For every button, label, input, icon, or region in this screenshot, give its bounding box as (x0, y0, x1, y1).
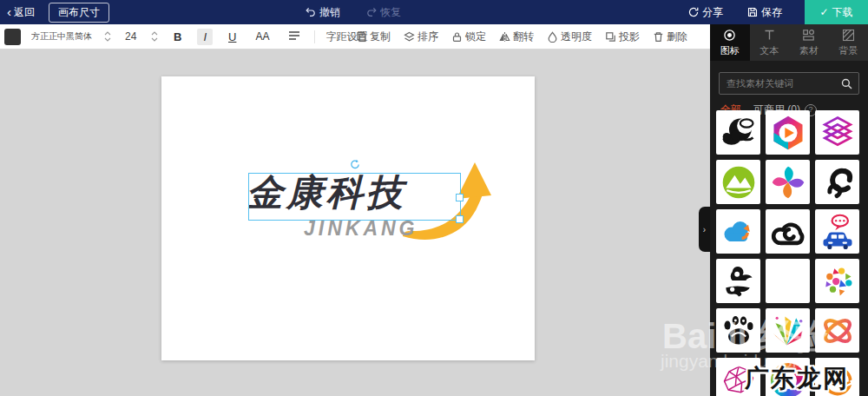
tab-background[interactable]: 背景 (829, 24, 868, 61)
layers-icon (404, 31, 415, 43)
grid-icon-mountain-circle-green[interactable] (716, 160, 760, 204)
background-icon (842, 29, 855, 42)
grid-icon-blank[interactable] (766, 259, 810, 303)
resize-handle-right[interactable] (456, 194, 464, 201)
redo-label: 恢复 (380, 5, 401, 20)
object-tools: 复制 排序 锁定 翻转 透明度 投影 (356, 30, 687, 44)
undo-label: 撤销 (319, 5, 340, 20)
save-label: 保存 (761, 5, 782, 20)
save-icon (747, 7, 758, 17)
material-search (719, 72, 859, 95)
sidebar-collapse-button[interactable]: › (699, 207, 710, 252)
grid-icon-hexagon-play-gradient[interactable] (766, 110, 810, 155)
bold-button[interactable]: B (170, 29, 185, 45)
logo-text-en[interactable]: JINKANG (304, 217, 418, 241)
share-label: 分享 (702, 5, 723, 20)
format-toolbar: 方正正中黑简体 B I U AA 字距设置 复制 排序 锁定 (0, 24, 710, 50)
italic-button[interactable]: I (197, 29, 213, 45)
tab-icons[interactable]: 图标 (710, 24, 750, 61)
redo-button[interactable]: 恢复 (366, 5, 401, 20)
stepper-icon[interactable] (104, 30, 111, 43)
case-button[interactable]: AA (252, 29, 273, 44)
shadow-icon (605, 31, 616, 43)
material-icon (802, 29, 815, 42)
grid-icon-car-chat-blue[interactable] (815, 209, 859, 254)
font-name: 方正正中黑简体 (31, 30, 92, 43)
grid-icon-stacked-diamonds-purple[interactable] (815, 110, 859, 155)
undo-icon (306, 7, 316, 17)
save-button[interactable]: 保存 (747, 5, 782, 20)
text-color-swatch[interactable] (4, 29, 21, 45)
font-size-control (123, 30, 158, 43)
tab-material[interactable]: 素材 (789, 24, 829, 61)
grid-icon-cloud-blue-orange[interactable] (716, 209, 760, 254)
share-button[interactable]: 分享 (688, 5, 723, 20)
copy-icon (356, 31, 367, 43)
grid-icon-clouds-moon-black[interactable] (716, 110, 760, 155)
delete-button[interactable]: 删除 (653, 30, 687, 44)
divider (314, 30, 315, 43)
text-icon (763, 29, 776, 42)
grid-icon-cloud-outline-black[interactable] (766, 209, 810, 254)
search-input[interactable] (720, 78, 841, 89)
sidebar-tabs: 图标 文本 素材 背景 (710, 24, 868, 61)
search-icon[interactable] (841, 78, 852, 89)
opacity-button[interactable]: 透明度 (547, 30, 592, 44)
back-button[interactable]: ‹ 返回 (7, 5, 35, 20)
canvas-size-button[interactable]: 画布尺寸 (49, 3, 109, 23)
share-icon (688, 7, 699, 17)
back-label: 返回 (14, 5, 35, 20)
app-window: ‹ 返回 画布尺寸 撤销 恢复 分享 保存 ✓ 下载 (0, 0, 868, 396)
font-size-input[interactable] (123, 30, 146, 43)
flip-icon (499, 31, 510, 43)
trash-icon (653, 31, 664, 43)
history-group: 撤销 恢复 (306, 0, 401, 24)
selection-box[interactable] (248, 173, 461, 221)
logo-mark-icon (723, 29, 736, 42)
gdlongwang-watermark: 广东龙网 (745, 362, 849, 395)
grid-icon-brain-mosaic-colorful[interactable] (815, 259, 859, 303)
align-icon (288, 30, 300, 41)
chevron-right-icon: › (703, 225, 706, 234)
chevron-left-icon: ‹ (7, 5, 11, 18)
flip-button[interactable]: 翻转 (499, 30, 534, 44)
download-label: 下载 (832, 5, 853, 20)
lock-button[interactable]: 锁定 (451, 30, 486, 44)
redo-icon (366, 7, 377, 17)
check-icon: ✓ (819, 6, 828, 18)
shadow-button[interactable]: 投影 (605, 30, 640, 44)
tab-text[interactable]: 文本 (750, 24, 790, 61)
lock-icon (451, 31, 463, 43)
grid-icon-cloud-swirl-black[interactable] (815, 160, 859, 204)
arrange-button[interactable]: 排序 (404, 30, 438, 44)
font-select[interactable]: 方正正中黑简体 (31, 30, 111, 43)
artboard[interactable]: 金康科技 JINKANG (161, 76, 535, 360)
underline-button[interactable]: U (225, 29, 240, 45)
rotate-handle[interactable] (350, 159, 360, 169)
grid-icon-chinese-cloud-black[interactable] (716, 259, 760, 303)
droplet-icon (547, 31, 558, 43)
resize-handle-bottom-right[interactable] (456, 215, 464, 223)
download-button[interactable]: ✓ 下载 (805, 0, 868, 24)
copy-button[interactable]: 复制 (356, 30, 391, 44)
stepper-icon[interactable] (151, 30, 158, 43)
undo-button[interactable]: 撤销 (306, 5, 340, 20)
grid-icon-pinwheel-colorful[interactable] (766, 160, 810, 204)
align-button[interactable] (285, 29, 304, 45)
top-bar: ‹ 返回 画布尺寸 撤销 恢复 分享 保存 ✓ 下载 (0, 0, 868, 24)
